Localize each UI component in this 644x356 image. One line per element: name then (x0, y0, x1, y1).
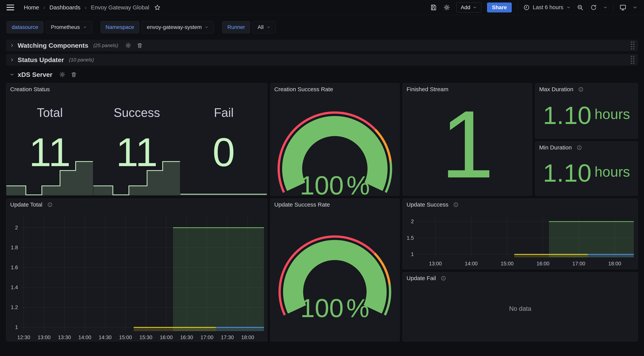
stat-sparkline (93, 161, 180, 195)
variable-value-namespace[interactable]: envoy-gateway-system (142, 21, 214, 33)
row-delete-icon[interactable] (71, 72, 77, 78)
panel-title[interactable]: Creation Status (10, 86, 50, 92)
svg-text:1.6: 1.6 (11, 264, 18, 270)
star-icon[interactable] (154, 4, 161, 11)
svg-text:100%: 100% (300, 294, 369, 322)
panel-title[interactable]: Update Success (406, 202, 448, 208)
chevron-down-icon (473, 5, 477, 10)
svg-text:100%: 100% (300, 171, 370, 196)
breadcrumb-dashboards[interactable]: Dashboards (50, 4, 80, 11)
variable-value-runner[interactable]: All (252, 21, 276, 33)
variable-label-datasource: datasource (6, 21, 44, 33)
refresh-interval-chevron-icon[interactable] (603, 5, 608, 10)
panel-title[interactable]: Update Total (10, 202, 42, 208)
svg-text:13:00: 13:00 (429, 261, 442, 266)
chevron-down-icon (566, 5, 570, 10)
add-button[interactable]: Add (456, 2, 481, 12)
chevron-down-icon (266, 25, 270, 29)
row-delete-icon[interactable] (137, 42, 143, 48)
variable-value-text: All (258, 24, 264, 30)
panel-title[interactable]: Creation Success Rate (274, 86, 333, 92)
chevron-down-icon (83, 25, 87, 29)
svg-text:13:30: 13:30 (58, 334, 71, 340)
time-range-picker[interactable]: Last 6 hours (524, 4, 570, 10)
add-button-label: Add (461, 4, 470, 10)
stat-unit: hours (594, 164, 630, 180)
panel-update-success: Update Success 13:0014:0015:0016:0017:00… (402, 198, 638, 269)
panel-min-duration: Min Duration 1.10 hours (535, 142, 638, 196)
svg-text:17:00: 17:00 (200, 334, 213, 340)
row-panel-count: (25 panels) (93, 42, 118, 48)
refresh-icon[interactable] (590, 4, 598, 11)
row-settings-icon[interactable] (59, 72, 65, 78)
variable-value-text: Prometheus (51, 24, 80, 30)
stat-value: 1.10 (543, 160, 592, 186)
svg-text:17:00: 17:00 (572, 261, 585, 266)
chevron-down-icon (205, 25, 208, 29)
timeseries-chart[interactable]: 12:3013:0013:3014:0014:3015:0015:3016:00… (6, 199, 267, 341)
info-icon[interactable] (577, 145, 582, 150)
row-drag-handle[interactable] (631, 42, 634, 50)
panel-update-total: Update Total 12:3013:0013:3014:0014:3015… (6, 198, 268, 342)
row-title[interactable]: xDS Server (18, 71, 52, 78)
svg-text:14:00: 14:00 (465, 261, 478, 266)
stat-fail: Fail 0 (180, 83, 267, 196)
dashboard-settings-icon[interactable] (443, 4, 450, 11)
svg-text:18:00: 18:00 (608, 261, 621, 266)
variable-label-namespace: Namespace (100, 21, 139, 33)
panel-title[interactable]: Finished Stream (406, 86, 448, 92)
info-icon[interactable] (441, 276, 446, 281)
breadcrumb-separator: › (85, 4, 87, 11)
gauge-chart[interactable]: 100% (270, 199, 400, 341)
panel-title[interactable]: Max Duration (539, 86, 573, 92)
stat-sparkline (6, 161, 93, 195)
row-xds-server[interactable]: xDS Server (6, 68, 638, 81)
menu-icon[interactable] (6, 4, 14, 10)
dashboard-grid: Watching Components (25 panels) Status U… (0, 37, 644, 356)
stat-unit: hours (594, 106, 630, 122)
svg-text:16:30: 16:30 (180, 334, 193, 340)
row-drag-handle[interactable] (631, 56, 634, 64)
svg-text:14:00: 14:00 (78, 334, 91, 340)
panel-update-success-rate: Update Success Rate 100% (270, 198, 400, 342)
variable-namespace: Namespace envoy-gateway-system (100, 21, 214, 33)
row-title[interactable]: Watching Components (18, 42, 88, 49)
stat-total: Total 11 (6, 83, 93, 196)
row-status-updater[interactable]: Status Updater (10 panels) (6, 54, 638, 66)
gauge-chart[interactable]: 100% (270, 83, 400, 196)
zoom-out-time-icon[interactable] (576, 4, 584, 11)
variable-value-datasource[interactable]: Prometheus (46, 21, 92, 33)
stat-value: 1 (403, 83, 532, 196)
row-title[interactable]: Status Updater (18, 56, 64, 64)
timeseries-chart[interactable]: 13:0014:0015:0016:0017:0018:0011.52 (403, 199, 638, 269)
svg-text:15:30: 15:30 (139, 334, 152, 340)
chevron-right-icon (10, 43, 14, 48)
breadcrumb: Home › Dashboards › Envoy Gateway Global (24, 4, 161, 11)
info-icon[interactable] (47, 202, 52, 207)
row-settings-icon[interactable] (125, 42, 131, 48)
stat-success: Success 11 (93, 83, 180, 196)
panel-title[interactable]: Min Duration (539, 144, 572, 151)
time-range-label: Last 6 hours (533, 4, 563, 10)
svg-text:16:00: 16:00 (536, 261, 549, 266)
stat-value: 1.10 (543, 103, 592, 128)
svg-text:2: 2 (411, 218, 414, 224)
svg-text:13:00: 13:00 (38, 334, 50, 340)
collapse-nav-chevron-icon[interactable] (632, 5, 638, 10)
panel-finished-stream: Finished Stream 1 (402, 83, 532, 196)
svg-text:1: 1 (411, 252, 414, 257)
panel-title[interactable]: Update Fail (406, 275, 436, 282)
svg-text:1.8: 1.8 (11, 245, 18, 250)
stat-sparkline (180, 161, 267, 195)
info-icon[interactable] (453, 202, 458, 207)
clock-icon (524, 4, 530, 10)
info-icon[interactable] (578, 87, 584, 92)
panel-title[interactable]: Update Success Rate (274, 202, 330, 208)
breadcrumb-separator: › (43, 4, 45, 11)
svg-text:1.5: 1.5 (407, 235, 414, 241)
save-dashboard-icon[interactable] (430, 4, 437, 11)
row-watching-components[interactable]: Watching Components (25 panels) (6, 40, 638, 51)
breadcrumb-home[interactable]: Home (24, 4, 39, 11)
kiosk-mode-icon[interactable] (619, 4, 627, 11)
share-button[interactable]: Share (487, 2, 512, 12)
